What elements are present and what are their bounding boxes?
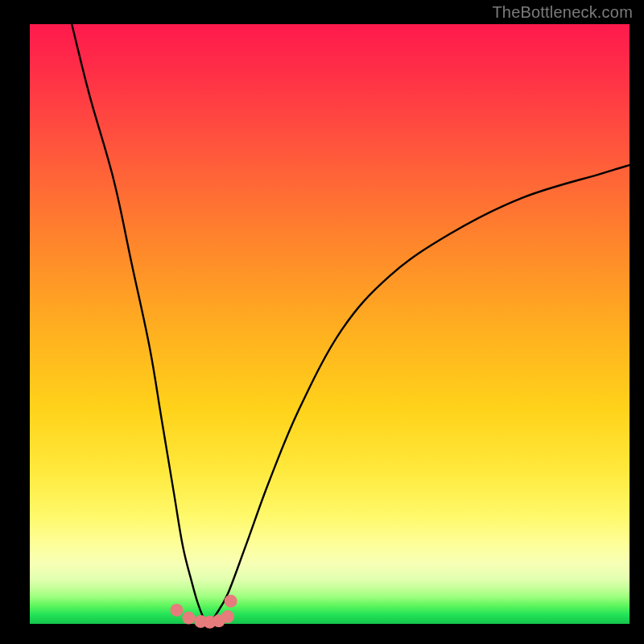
dip-dot [221, 610, 234, 623]
bottleneck-curve [72, 24, 630, 624]
dip-dot [182, 612, 195, 625]
dip-dot [171, 604, 184, 617]
chart-frame: TheBottleneck.com [0, 0, 644, 644]
chart-svg [30, 24, 630, 624]
plot-area [30, 24, 630, 624]
watermark-text: TheBottleneck.com [492, 3, 633, 22]
curve-path-group [72, 24, 630, 624]
dip-dot [225, 595, 237, 608]
dip-dots-group [171, 595, 237, 629]
